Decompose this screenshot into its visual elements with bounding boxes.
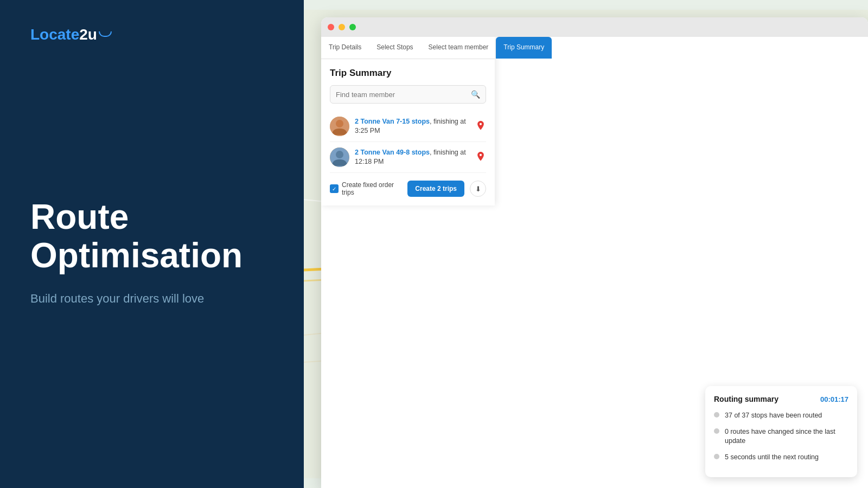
browser-close-dot[interactable] <box>328 24 334 30</box>
routing-dot-2 <box>714 454 719 459</box>
trip-summary-content: Trip Summary 🔍 <box>321 59 495 206</box>
map-content: Trip Details Select Stops Select team me… <box>321 37 868 488</box>
logo-smile-icon <box>99 31 112 37</box>
team-member-search[interactable] <box>336 91 471 99</box>
driver-pin-2 <box>475 152 486 163</box>
routing-text-1: 0 routes have changed since the last upd… <box>725 427 848 446</box>
browser-maximize-dot[interactable] <box>349 24 356 30</box>
trip-footer: ✓ Create fixed order trips Create 2 trip… <box>330 181 486 197</box>
browser-minimize-dot[interactable] <box>339 24 345 30</box>
driver-route-2[interactable]: 2 Tonne Van 49-8 stops <box>355 149 430 156</box>
logo-2u-text: 2u <box>79 26 97 43</box>
routing-dot-1 <box>714 428 719 434</box>
driver-row-1[interactable]: 2 Tonne Van 7-15 stops, finishing at 3:2… <box>330 111 486 142</box>
hero-content: Route Optimisation Build routes your dri… <box>30 43 273 462</box>
routing-summary-header: Routing summary 00:01:17 <box>714 395 848 403</box>
routing-item-1: 0 routes have changed since the last upd… <box>714 427 848 446</box>
driver-avatar-1 <box>330 117 349 136</box>
tab-select-team[interactable]: Select team member <box>421 37 496 59</box>
download-button[interactable]: ⬇ <box>470 181 486 197</box>
svg-point-131 <box>480 154 482 156</box>
driver-info-2: 2 Tonne Van 49-8 stops, finishing at 12:… <box>355 148 470 167</box>
routing-item-2: 5 seconds until the next routing <box>714 453 848 463</box>
driver-route-1[interactable]: 2 Tonne Van 7-15 stops <box>355 118 430 125</box>
search-box[interactable]: 🔍 <box>330 85 486 104</box>
trip-panel: Trip Details Select Stops Select team me… <box>321 37 495 206</box>
fixed-order-checkbox[interactable]: ✓ <box>330 184 339 193</box>
browser-titlebar <box>321 17 868 37</box>
routing-summary-title: Routing summary <box>714 395 778 403</box>
logo: Locate 2u <box>30 26 273 43</box>
driver-pin-1 <box>475 121 486 132</box>
driver-row-2[interactable]: 2 Tonne Van 49-8 stops, finishing at 12:… <box>330 142 486 173</box>
svg-point-127 <box>336 120 343 127</box>
tab-trip-details[interactable]: Trip Details <box>321 37 369 59</box>
routing-item-0: 37 of 37 stops have been routed <box>714 411 848 421</box>
browser-window: Trip Details Select Stops Select team me… <box>321 17 868 488</box>
create-trips-button[interactable]: Create 2 trips <box>407 181 464 197</box>
routing-dot-0 <box>714 412 719 418</box>
search-icon: 🔍 <box>471 90 480 99</box>
trip-summary-title: Trip Summary <box>330 68 486 79</box>
right-panel: 15 14 13 12 11 10 9 8 7 2 <box>304 0 868 488</box>
hero-title: Route Optimisation <box>30 198 273 274</box>
routing-summary-panel: Routing summary 00:01:17 37 of 37 stops … <box>705 386 857 477</box>
driver-avatar-2 <box>330 147 349 167</box>
left-panel: Locate 2u Route Optimisation Build route… <box>0 0 304 488</box>
logo-container: Locate 2u <box>30 26 273 43</box>
routing-text-0: 37 of 37 stops have been routed <box>725 411 822 421</box>
hero-subtitle: Build routes your drivers will love <box>30 290 273 307</box>
tab-bar: Trip Details Select Stops Select team me… <box>321 37 495 59</box>
routing-timer: 00:01:17 <box>820 395 848 403</box>
tab-trip-summary[interactable]: Trip Summary <box>496 37 552 59</box>
svg-point-130 <box>336 151 343 158</box>
routing-text-2: 5 seconds until the next routing <box>725 453 819 463</box>
fixed-order-label[interactable]: ✓ Create fixed order trips <box>330 181 402 196</box>
driver-info-1: 2 Tonne Van 7-15 stops, finishing at 3:2… <box>355 117 470 136</box>
svg-point-128 <box>480 123 482 125</box>
logo-locate-text: Locate <box>30 26 79 43</box>
tab-select-stops[interactable]: Select Stops <box>369 37 420 59</box>
